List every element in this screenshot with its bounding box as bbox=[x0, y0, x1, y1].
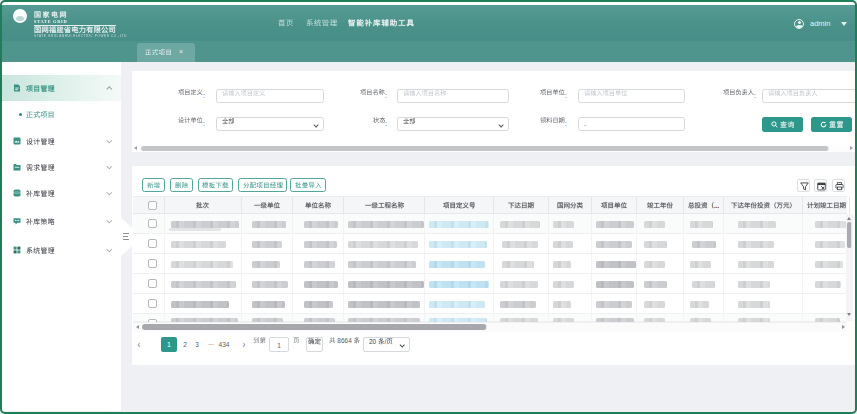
svg-text:/: / bbox=[385, 338, 387, 345]
svg-text:8664: 8664 bbox=[337, 337, 352, 344]
svg-text:...: ... bbox=[714, 202, 719, 209]
svg-text:20: 20 bbox=[369, 338, 377, 345]
